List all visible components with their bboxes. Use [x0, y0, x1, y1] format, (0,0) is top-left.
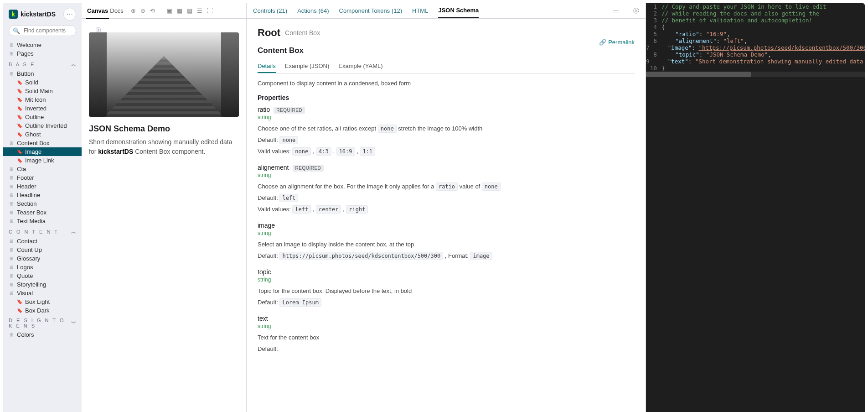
crumb-root[interactable]: Root [258, 27, 280, 39]
expand-icon: ⊞ [10, 42, 14, 47]
sidebar-item[interactable]: 🔖Solid Main [3, 87, 82, 95]
sidebar-item[interactable]: ⊞Pages [3, 49, 82, 58]
image-icon[interactable]: ▣ [167, 7, 172, 14]
prop-name: image [258, 222, 275, 229]
editor-line[interactable]: 7 "image": "https://picsum.photos/seed/k… [646, 44, 865, 51]
prop-desc: Select an image to display inside the co… [258, 241, 635, 248]
sidebar-item[interactable]: ⊞Footer [3, 173, 82, 182]
grid-icon[interactable]: ▦ [177, 7, 182, 14]
editor-line[interactable]: 2// while reading the docs and also gett… [646, 10, 865, 17]
sidebar-item[interactable]: ⊞Visual [3, 289, 82, 297]
sidebar-item[interactable]: ⊞Welcome [3, 41, 82, 49]
permalink-link[interactable]: 🔗 Permalink [599, 39, 635, 46]
required-badge: REQUIRED [293, 165, 324, 172]
sidebar-item[interactable]: 🔖Outline [3, 113, 82, 121]
sidebar-item[interactable]: ⊞Button [3, 69, 82, 78]
schema-subtab[interactable]: Details [258, 60, 276, 73]
sidebar-item[interactable]: ⊞Section [3, 199, 82, 208]
schema-title: Content Box [258, 46, 635, 55]
layout-icon[interactable]: ▤ [187, 7, 192, 14]
docs-tab[interactable]: Component Tokens (12) [339, 4, 403, 18]
editor-line[interactable]: 9 "text": "Short demonstration showing m… [646, 58, 865, 65]
sidebar-item[interactable]: 🔖Box Dark [3, 306, 82, 315]
sidebar-item[interactable]: 🔖Mit Icon [3, 95, 82, 104]
sidebar-item[interactable]: ⊞Glossary [3, 254, 82, 263]
schema-subtab[interactable]: Example (JSON) [285, 60, 330, 73]
editor-line[interactable]: 10} [646, 65, 865, 72]
canvas-tab[interactable]: Canvas [86, 4, 109, 19]
prop-default: Default: left [258, 194, 635, 201]
link-icon: 🔗 [599, 39, 606, 46]
expand-icon: ⊞ [10, 141, 14, 146]
docs-tab[interactable]: JSON Schema [438, 3, 479, 18]
sidebar-item[interactable]: ⊞Contact [3, 237, 82, 245]
sidebar-item[interactable]: 🔖Inverted [3, 104, 82, 113]
sidebar-section[interactable]: B A S E︽ [3, 58, 82, 69]
sidebar-item[interactable]: ⊞Headline [3, 191, 82, 199]
panel-close-icon[interactable]: ⓧ [633, 7, 639, 15]
docs-tab[interactable]: HTML [412, 4, 428, 18]
schema-subtab[interactable]: Example (YAML) [338, 60, 382, 73]
search-input-wrap[interactable]: 🔍 / [9, 25, 76, 36]
zoom-out-icon[interactable]: ⊖ [140, 7, 145, 14]
sidebar-item[interactable]: 🔖Solid [3, 78, 82, 87]
breadcrumb: Root Content Box [258, 27, 635, 39]
zoom-reset-icon[interactable]: ⟲ [150, 7, 155, 14]
docs-tab[interactable]: Controls (21) [253, 4, 287, 18]
preview-topic: JSON Schema Demo [89, 124, 239, 134]
sidebar-item[interactable]: ⊞Header [3, 182, 82, 191]
prop-name: text [258, 315, 268, 322]
brand-logo[interactable]: k kickstartDS [9, 10, 56, 19]
expand-icon: ⊞ [10, 247, 14, 252]
editor-line[interactable]: 6 "alignement": "left", [646, 37, 865, 44]
more-button[interactable]: ⋯ [63, 8, 76, 21]
bookmark-icon: 🔖 [17, 132, 22, 137]
sidebar-item[interactable]: ⊞Teaser Box [3, 208, 82, 217]
panel-layout-icon[interactable]: ▭ [613, 7, 619, 14]
sidebar-section[interactable]: C O N T E N T︽ [3, 225, 82, 237]
canvas-panel: CanvasDocs ⊕ ⊖ ⟲ ▣ ▦ ▤ ☰ ⛶ JSON Schema D… [82, 3, 247, 412]
prop-default: Default: [258, 345, 635, 352]
preview-image [89, 32, 239, 117]
chevron-icon: ︾ [71, 320, 76, 327]
sidebar-item[interactable]: ⊞Quote [3, 271, 82, 280]
editor-line[interactable]: 5 "ratio": "16:9", [646, 31, 865, 37]
sidebar-section[interactable]: D E S I G N T O K E N S︾ [3, 315, 82, 330]
property: topicstringTopic for the content box. Di… [258, 268, 635, 306]
schema-subtabs: DetailsExample (JSON)Example (YAML) [258, 60, 635, 73]
expand-icon: ⊞ [10, 256, 14, 261]
expand-icon: ⊞ [10, 184, 14, 189]
sidebar-item[interactable]: 🔖Outline Inverted [3, 121, 82, 130]
editor-line[interactable]: 8 "topic": "JSON Schema Demo", [646, 51, 865, 58]
sidebar-item[interactable]: ⊞Text Media [3, 217, 82, 225]
sidebar-item[interactable]: ⊞Cta [3, 165, 82, 173]
prop-valid: Valid values: none , 4:3 , 16:9 , 1:1 [258, 148, 635, 155]
sidebar-item[interactable]: ⊞Count Up [3, 245, 82, 254]
stack-icon[interactable]: ☰ [197, 7, 202, 14]
docs-tab[interactable]: Actions (64) [297, 4, 329, 18]
editor-line[interactable]: 1// Copy-and-paste your JSON in here to … [646, 3, 865, 10]
docs-panel: Controls (21)Actions (64)Component Token… [247, 3, 646, 412]
schema-description: Component to display content in a conden… [258, 80, 635, 87]
editor-line[interactable]: 3// benefit of validation and autocomple… [646, 17, 865, 24]
json-editor[interactable]: 1// Copy-and-paste your JSON in here to … [646, 3, 865, 412]
chevron-icon: ︽ [71, 61, 76, 68]
fullscreen-icon[interactable]: ⛶ [207, 7, 213, 14]
prop-type: string [258, 230, 635, 236]
zoom-in-icon[interactable]: ⊕ [131, 7, 136, 14]
sidebar-item[interactable]: 🔖Ghost [3, 130, 82, 139]
crumb-sub[interactable]: Content Box [285, 29, 320, 37]
sidebar-item[interactable]: ⊞Content Box [3, 139, 82, 147]
sidebar-item[interactable]: ⊞Colors [3, 330, 82, 339]
sidebar-item[interactable]: 🔖Image Link [3, 156, 82, 165]
canvas-tab[interactable]: Docs [109, 4, 124, 18]
prop-name: topic [258, 268, 271, 276]
editor-scrollbar[interactable] [646, 72, 865, 77]
expand-icon: ⊞ [10, 51, 14, 56]
sidebar-item[interactable]: ⊞Storytelling [3, 280, 82, 289]
sidebar-item[interactable]: ⊞Logos [3, 263, 82, 271]
sidebar-item[interactable]: 🔖Image [3, 147, 82, 156]
editor-line[interactable]: 4{ [646, 24, 865, 31]
canvas-tabs: CanvasDocs ⊕ ⊖ ⟲ ▣ ▦ ▤ ☰ ⛶ [82, 3, 246, 19]
sidebar-item[interactable]: 🔖Box Light [3, 297, 82, 306]
